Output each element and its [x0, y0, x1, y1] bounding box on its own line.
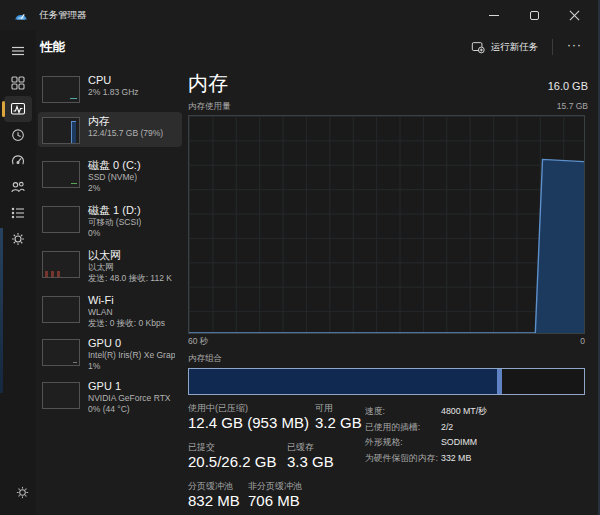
- more-options-button[interactable]: ···: [559, 36, 590, 58]
- page-title: 性能: [40, 39, 65, 56]
- run-new-task-icon: [471, 40, 485, 54]
- sidebar-item-gpu0[interactable]: GPU 0 Intel(R) Iris(R) Xe Grap 1%: [38, 334, 182, 374]
- minimize-button[interactable]: [474, 0, 514, 30]
- maximize-icon: [530, 11, 539, 20]
- detail-form-factor: 外形规格: SODIMM: [365, 437, 585, 449]
- gpu0-usage: 1%: [88, 361, 175, 372]
- details-icon: [10, 205, 26, 221]
- window-controls: [474, 0, 594, 30]
- run-new-task-button[interactable]: 运行新任务: [463, 36, 547, 58]
- stat-in-use: 使用中(已压缩) 12.4 GB (953 MB): [188, 402, 315, 432]
- nav-app-history[interactable]: [4, 122, 32, 148]
- memory-usage-chart: [188, 115, 585, 334]
- performance-sidebar: CPU 2% 1.83 GHz 内存 12.4/15.7 GB (79%) 磁盘…: [36, 66, 186, 515]
- desktop-edge-glow: [0, 228, 3, 393]
- ethernet-adapter: 以太网: [88, 262, 172, 273]
- wifi-thumbnail-graph: [42, 296, 80, 323]
- disk1-title: 磁盘 1 (D:): [88, 204, 141, 217]
- wifi-adapter: WLAN: [88, 307, 165, 318]
- gpu1-title: GPU 1: [88, 380, 171, 393]
- gpu0-sparkline: [73, 362, 77, 365]
- wifi-title: Wi-Fi: [88, 294, 165, 307]
- settings-icon: [15, 485, 30, 500]
- disk0-type: SSD (NVMe): [88, 172, 141, 183]
- composition-used: [189, 369, 497, 394]
- memory-hardware-details: 速度: 4800 MT/秒 已使用的插槽: 2/2 外形规格: SODIMM 为…: [365, 406, 585, 468]
- ethernet-thumbnail-graph: [42, 251, 80, 278]
- memory-composition-bar: [188, 368, 585, 395]
- sidebar-item-wifi[interactable]: Wi-Fi WLAN 发送: 0 接收: 0 Kbps: [38, 291, 182, 331]
- titlebar: 任务管理器: [0, 0, 600, 30]
- nav-services[interactable]: [4, 226, 32, 252]
- task-manager-app-icon: [13, 7, 29, 23]
- gpu1-device: NVIDIA GeForce RTX: [88, 393, 171, 404]
- nav-processes[interactable]: [4, 70, 32, 96]
- app-history-icon: [10, 127, 26, 143]
- sidebar-item-ethernet[interactable]: 以太网 以太网 发送: 48.0 接收: 112 K: [38, 246, 182, 286]
- disk0-thumbnail-graph: [42, 161, 80, 188]
- disk1-thumbnail-graph: [42, 206, 80, 233]
- nav-users[interactable]: [4, 174, 32, 200]
- memory-capacity: 16.0 GB: [548, 80, 588, 92]
- disk0-title: 磁盘 0 (C:): [88, 159, 141, 172]
- window-title: 任务管理器: [39, 9, 87, 22]
- disk1-usage: 0%: [88, 228, 141, 239]
- sidebar-item-gpu1[interactable]: GPU 1 NVIDIA GeForce RTX 0% (44 °C): [38, 377, 182, 417]
- task-manager-window: 任务管理器: [0, 0, 600, 515]
- ethernet-title: 以太网: [88, 249, 172, 262]
- wifi-throughput: 发送: 0 接收: 0 Kbps: [88, 318, 165, 329]
- gpu1-thumbnail-graph: [42, 382, 80, 409]
- sidebar-item-cpu[interactable]: CPU 2% 1.83 GHz: [38, 71, 182, 106]
- disk0-sparkline: [71, 183, 77, 187]
- services-icon: [10, 231, 26, 247]
- gpu1-usage: 0% (44 °C): [88, 404, 171, 415]
- disk1-type: 可移动 (SCSI): [88, 217, 141, 228]
- cpu-sparkline: [70, 98, 77, 102]
- nav-startup-apps[interactable]: [4, 148, 32, 174]
- sidebar-item-disk1[interactable]: 磁盘 1 (D:) 可移动 (SCSI) 0%: [38, 201, 182, 241]
- cpu-stats: 2% 1.83 GHz: [88, 87, 139, 98]
- header-actions: 运行新任务 ···: [463, 30, 591, 64]
- processes-icon: [10, 75, 26, 91]
- startup-apps-icon: [10, 153, 26, 169]
- sidebar-item-memory[interactable]: 内存 12.4/15.7 GB (79%): [38, 112, 182, 147]
- stat-available: 可用 3.2 GB: [315, 402, 362, 432]
- page-header: 性能 运行新任务 ···: [36, 30, 600, 64]
- time-axis-left: 60 秒: [188, 336, 208, 348]
- stat-non-paged-pool: 非分页缓冲池 706 MB: [248, 480, 302, 510]
- users-icon: [10, 179, 26, 195]
- nav-details[interactable]: [4, 200, 32, 226]
- menu-button[interactable]: [4, 38, 32, 64]
- memory-panel-title: 内存: [188, 70, 228, 97]
- gpu0-device: Intel(R) Iris(R) Xe Grap: [88, 350, 175, 361]
- gpu0-title: GPU 0: [88, 337, 175, 350]
- ethernet-sparkline: [45, 271, 75, 277]
- memory-sparkline: [71, 121, 76, 143]
- run-new-task-label: 运行新任务: [491, 41, 539, 54]
- header-separator: [552, 39, 553, 55]
- memory-usage-area: [189, 116, 584, 333]
- stat-committed: 已提交 20.5/26.2 GB: [188, 441, 287, 471]
- detail-speed: 速度: 4800 MT/秒: [365, 406, 585, 418]
- nav-rail: [0, 30, 36, 515]
- cpu-thumbnail-graph: [42, 76, 80, 103]
- detail-hardware-reserved: 为硬件保留的内存: 332 MB: [365, 453, 585, 465]
- composition-modified: [497, 369, 502, 394]
- usage-chart-label: 内存使用量: [188, 101, 231, 113]
- cpu-title: CPU: [88, 74, 139, 87]
- nav-settings[interactable]: [8, 479, 36, 505]
- ethernet-throughput: 发送: 48.0 接收: 112 K: [88, 273, 172, 284]
- stat-paged-pool: 分页缓冲池 832 MB: [188, 480, 248, 510]
- close-button[interactable]: [554, 0, 594, 30]
- maximize-button[interactable]: [514, 0, 554, 30]
- minimize-icon: [489, 15, 499, 16]
- memory-panel: 内存 16.0 GB 内存使用量 15.7 GB 60 秒 0 内存组合 使用中: [188, 66, 588, 515]
- composition-label: 内存组合: [188, 353, 588, 365]
- memory-thumbnail-graph: [42, 117, 80, 144]
- memory-title: 内存: [88, 115, 163, 128]
- stat-cached: 已缓存 3.3 GB: [287, 441, 334, 471]
- performance-icon: [10, 101, 26, 117]
- sidebar-item-disk0[interactable]: 磁盘 0 (C:) SSD (NVMe) 2%: [38, 156, 182, 196]
- nav-performance[interactable]: [4, 96, 32, 122]
- usage-axis-max: 15.7 GB: [557, 101, 588, 113]
